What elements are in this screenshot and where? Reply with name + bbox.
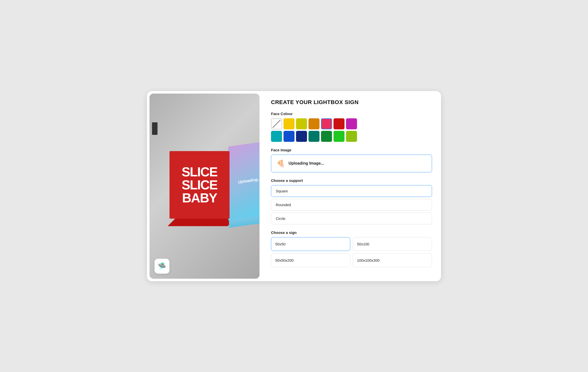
wall-bracket (152, 122, 158, 135)
size-option-50x100[interactable]: 50x100 (353, 237, 432, 251)
color-grid (271, 118, 432, 142)
color-swatch-green[interactable] (321, 131, 332, 142)
support-section: Choose a support Square Rounded Circle (271, 178, 432, 224)
face-image-label: Face Image (271, 148, 432, 152)
upload-box[interactable]: 🍕 Uploading Image... (271, 155, 432, 172)
config-panel: CREATE YOUR LIGHTBOX SIGN Face Colour (262, 91, 441, 281)
sign-side-face: Uploading... (228, 141, 260, 220)
main-container: SLICESLICEBABY Uploading... 🛸 CREATE YOU… (147, 91, 441, 281)
sign-size-label: Choose a sign (271, 230, 432, 235)
preview-panel: SLICESLICEBABY Uploading... 🛸 (150, 94, 260, 279)
support-label: Choose a support (271, 178, 432, 183)
page-title: CREATE YOUR LIGHTBOX SIGN (271, 99, 432, 106)
color-swatch-dark-blue[interactable] (296, 131, 307, 142)
size-option-50x50[interactable]: 50x50 (271, 237, 350, 251)
upload-icon: 🍕 (276, 159, 285, 168)
face-colour-section: Face Colour (271, 112, 432, 142)
color-swatch-none[interactable] (271, 118, 282, 129)
color-swatch-pink-red[interactable] (321, 118, 332, 129)
color-swatch-blue[interactable] (284, 131, 294, 142)
sign-front-face: SLICESLICEBABY (170, 151, 230, 219)
color-swatch-yellow[interactable] (284, 118, 294, 129)
sign-size-section: Choose a sign 50x50 50x100 50x50x200 100… (271, 230, 432, 267)
upload-label: Uploading Image... (288, 161, 324, 166)
color-swatch-teal[interactable] (271, 131, 282, 142)
brand-icon: 🛸 (158, 262, 166, 270)
preview-image-background: SLICESLICEBABY Uploading... 🛸 (150, 94, 260, 279)
sign-bottom-face (168, 217, 236, 226)
sign-uploading-text: Uploading... (238, 177, 260, 184)
support-option-circle[interactable]: Circle (271, 213, 432, 224)
sign-text: SLICESLICEBABY (182, 165, 217, 204)
face-image-section: Face Image 🍕 Uploading Image... (271, 148, 432, 172)
support-option-square[interactable]: Square (271, 185, 432, 197)
brand-badge: 🛸 (154, 259, 170, 274)
color-swatch-orange[interactable] (308, 118, 320, 129)
size-option-50x50x200[interactable]: 50x50x200 (271, 253, 350, 267)
color-swatch-purple[interactable] (346, 118, 357, 129)
color-swatch-bright-green[interactable] (334, 131, 344, 142)
face-colour-label: Face Colour (271, 112, 432, 116)
sign-3d-mockup: SLICESLICEBABY Uploading... (164, 144, 244, 224)
color-swatch-yellow-green[interactable] (296, 118, 307, 129)
support-option-rounded[interactable]: Rounded (271, 199, 432, 211)
color-swatch-dark-teal[interactable] (308, 131, 320, 142)
color-swatch-red[interactable] (334, 118, 344, 129)
size-option-100x100x300[interactable]: 100x100x300 (353, 253, 432, 267)
sign-sizes-grid: 50x50 50x100 50x50x200 100x100x300 (271, 237, 432, 267)
color-swatch-lime[interactable] (346, 131, 357, 142)
